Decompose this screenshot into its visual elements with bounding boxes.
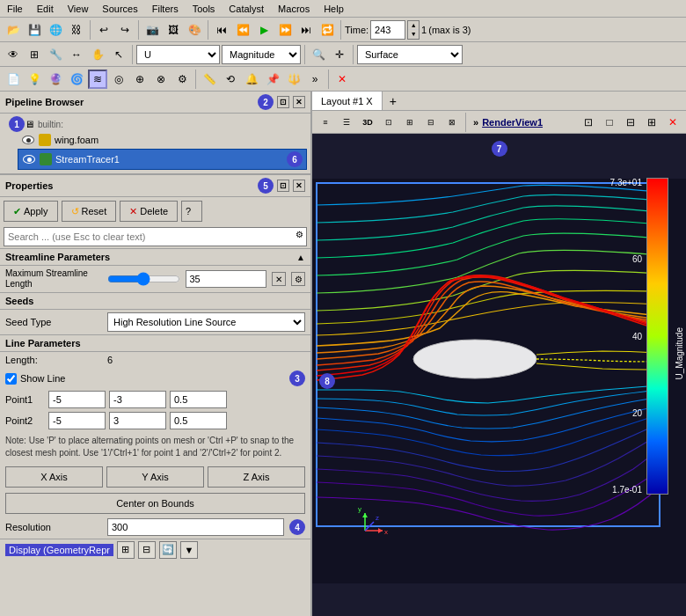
pipeline-undock-button[interactable]: ⊡ <box>277 96 289 108</box>
stream-tracer-item[interactable]: StreamTracer1 6 <box>18 149 307 170</box>
point1-y[interactable] <box>109 391 166 408</box>
undo-button[interactable]: ↩ <box>94 20 113 40</box>
redo-button[interactable]: ↪ <box>115 20 135 40</box>
rt-7[interactable]: ⊠ <box>442 113 462 132</box>
disconnect-button[interactable]: ⛓ <box>67 20 86 40</box>
status-icon-4[interactable]: ▼ <box>180 541 198 559</box>
help-button[interactable]: ? <box>181 201 202 222</box>
max-length-clear[interactable]: ✕ <box>272 272 286 286</box>
rv-maximize-button[interactable]: □ <box>600 113 619 132</box>
rt-2[interactable]: ☰ <box>337 113 356 132</box>
max-length-input[interactable] <box>186 270 267 288</box>
tb3-14[interactable]: 🔱 <box>284 70 303 89</box>
tb3-4[interactable]: 🌀 <box>67 70 86 89</box>
tb3-15[interactable]: » <box>305 70 325 89</box>
menu-sources[interactable]: Sources <box>95 2 144 16</box>
tb3-2[interactable]: 💡 <box>25 70 44 89</box>
tb3-7[interactable]: ⊕ <box>130 70 150 89</box>
rt-4[interactable]: ⊡ <box>379 113 398 132</box>
point1-z[interactable] <box>170 391 227 408</box>
rv-split-h[interactable]: ⊟ <box>621 113 640 132</box>
status-icon-1[interactable]: ⊞ <box>117 541 135 559</box>
tb3-11[interactable]: ⟲ <box>221 70 240 89</box>
max-length-slider[interactable] <box>107 273 180 285</box>
filter2-button[interactable]: 🔧 <box>46 45 65 64</box>
stream-eye-toggle[interactable] <box>22 152 36 166</box>
time-up[interactable]: ▲ <box>408 21 419 31</box>
play-button[interactable]: ▶ <box>254 20 274 40</box>
rv-close-button[interactable]: ✕ <box>663 113 682 132</box>
tb3-1[interactable]: 📄 <box>4 70 23 89</box>
color-button[interactable]: 🎨 <box>185 20 204 40</box>
status-icon-2[interactable]: ⊟ <box>138 541 156 559</box>
open-button[interactable]: 📂 <box>4 20 23 40</box>
menu-view[interactable]: View <box>61 2 96 16</box>
time-spinner[interactable]: ▲ ▼ <box>407 20 420 40</box>
menu-file[interactable]: File <box>0 2 30 16</box>
menu-tools[interactable]: Tools <box>186 2 223 16</box>
menu-help[interactable]: Help <box>317 2 351 16</box>
x-axis-button[interactable]: X Axis <box>5 466 103 488</box>
first-frame-button[interactable]: ⏮ <box>212 20 231 40</box>
search-settings-icon[interactable]: ⚙ <box>296 230 303 239</box>
menu-edit[interactable]: Edit <box>30 2 61 16</box>
rt-1[interactable]: ≡ <box>316 113 335 132</box>
tb3-3[interactable]: 🔮 <box>46 70 65 89</box>
point2-y[interactable] <box>109 412 166 429</box>
tb3-12[interactable]: 🔔 <box>242 70 261 89</box>
tb3-9[interactable]: ⚙ <box>172 70 192 89</box>
tb3-8[interactable]: ⊗ <box>151 70 171 89</box>
connect-button[interactable]: 🌐 <box>46 20 65 40</box>
rv-undock-button[interactable]: ⊡ <box>579 113 598 132</box>
reset-button[interactable]: ↺ Reset <box>62 201 117 222</box>
tab-layout1[interactable]: Layout #1 X <box>312 92 383 110</box>
builtin-item[interactable]: 1 🖥 builtin: <box>4 117 307 131</box>
time-down[interactable]: ▼ <box>408 30 419 39</box>
menu-catalyst[interactable]: Catalyst <box>222 2 271 16</box>
tb3-5[interactable]: ≋ <box>88 70 107 89</box>
seeds-section-header[interactable]: Seeds <box>0 292 310 310</box>
rt-6[interactable]: ⊟ <box>421 113 441 132</box>
search-input[interactable] <box>4 227 307 246</box>
screenshot-button[interactable]: 🖼 <box>164 20 183 40</box>
status-icon-3[interactable]: 🔄 <box>159 541 177 559</box>
properties-undock-button[interactable]: ⊡ <box>277 180 289 192</box>
tb3-6[interactable]: ◎ <box>109 70 128 89</box>
last-frame-button[interactable]: ⏭ <box>296 20 316 40</box>
line-params-section-header[interactable]: Line Parameters <box>0 334 310 352</box>
rt-5[interactable]: ⊞ <box>400 113 420 132</box>
save-button[interactable]: 💾 <box>25 20 44 40</box>
plus-button[interactable]: ✛ <box>330 45 349 64</box>
wing-eye-toggle[interactable] <box>21 133 35 147</box>
arrows-button[interactable]: ↔ <box>67 45 86 64</box>
point2-x[interactable] <box>48 412 106 429</box>
field-select[interactable]: U <box>136 45 220 64</box>
y-axis-button[interactable]: Y Axis <box>106 466 204 488</box>
rt-3d[interactable]: 3D <box>358 113 377 132</box>
max-length-gear[interactable]: ⚙ <box>291 272 305 286</box>
camera-button[interactable]: 📷 <box>142 20 162 40</box>
menu-macros[interactable]: Macros <box>271 2 317 16</box>
pipeline-close-button[interactable]: ✕ <box>293 96 305 108</box>
play-fast-button[interactable]: ⏩ <box>275 20 295 40</box>
cursor-button[interactable]: ↖ <box>109 45 128 64</box>
center-bounds-button[interactable]: Center on Bounds <box>5 493 305 514</box>
resolution-input[interactable] <box>107 518 284 536</box>
point1-x[interactable] <box>48 391 106 408</box>
z-axis-button[interactable]: Z Axis <box>208 466 305 488</box>
tab-add-button[interactable]: + <box>383 92 404 110</box>
zoom-data-button[interactable]: 🔍 <box>309 45 328 64</box>
pan-button[interactable]: ✋ <box>88 45 107 64</box>
show-line-checkbox[interactable] <box>5 373 17 385</box>
loop-button[interactable]: 🔁 <box>317 20 337 40</box>
point2-z[interactable] <box>170 412 227 429</box>
menu-filters[interactable]: Filters <box>145 2 186 16</box>
seed-type-select[interactable]: High Resolution Line Source <box>107 312 305 332</box>
properties-close-button[interactable]: ✕ <box>293 180 305 192</box>
delete-button[interactable]: ✕ Delete <box>120 201 178 222</box>
tb3-13[interactable]: 📌 <box>263 70 282 89</box>
field-type-select[interactable]: Magnitude <box>222 45 301 64</box>
tb3-close[interactable]: ✕ <box>332 70 352 89</box>
time-input[interactable] <box>370 20 405 40</box>
wing-foam-item[interactable]: wing.foam <box>18 131 307 149</box>
